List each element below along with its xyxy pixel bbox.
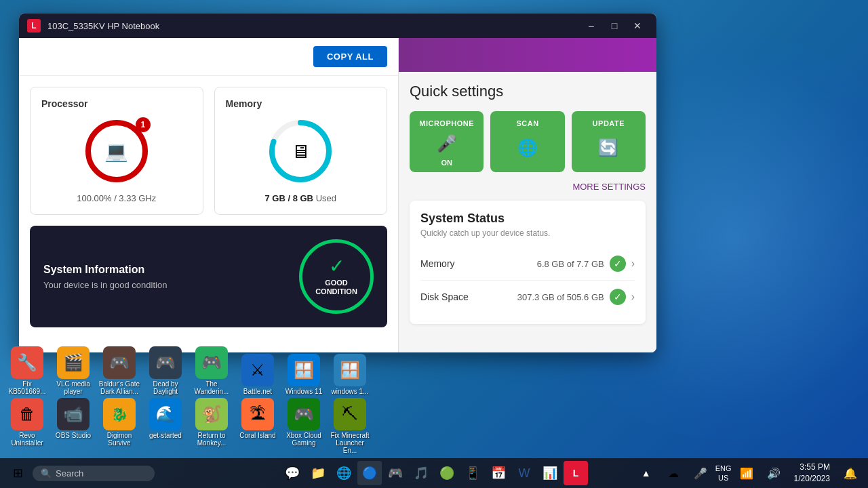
taskbar-onedrive-icon[interactable]: ☁ xyxy=(661,461,686,485)
lenovo-vantage-window: L 103C_5335KV HP Notebook – □ ✕ COPY ALL xyxy=(19,14,656,352)
app-xbox-label: Xbox Cloud Gaming xyxy=(282,432,326,447)
app-coral-label: Coral Island xyxy=(239,432,275,439)
app-edge[interactable]: 🌊 get-started xyxy=(144,398,187,454)
window-titlebar: L 103C_5335KV HP Notebook – □ ✕ xyxy=(19,14,656,38)
taskbar-xbox-icon[interactable]: 🟢 xyxy=(435,461,459,485)
taskbar-network-icon[interactable]: 📶 xyxy=(734,461,759,485)
app-fix-kb-label: Fix KB501669... xyxy=(5,380,49,395)
scan-button[interactable]: SCAN 🌐 xyxy=(490,111,564,172)
app-coral[interactable]: 🏝 Coral Island xyxy=(236,398,279,454)
window-title: 103C_5335KV HP Notebook xyxy=(47,21,580,31)
memory-status-label: Memory xyxy=(420,258,537,269)
disk-status-value: 307.3 GB of 505.6 GB xyxy=(517,292,604,302)
processor-circle: 💻 1 xyxy=(83,117,151,185)
taskbar-chat-icon[interactable]: 💬 xyxy=(280,461,304,485)
memory-card-title: Memory xyxy=(226,98,262,109)
app-vlc[interactable]: 🎬 VLC media player xyxy=(52,346,95,395)
minimize-button[interactable]: – xyxy=(580,15,602,37)
app-dead-daylight-label: Dead by Daylight xyxy=(144,380,187,395)
taskbar-lang[interactable]: ENGUS xyxy=(715,464,732,483)
microphone-button[interactable]: MICROPHONE 🎤 ON xyxy=(410,111,484,172)
app-digimon[interactable]: 🐉 Digimon Survive xyxy=(98,398,141,454)
app-edge-label: get-started xyxy=(149,432,182,439)
copy-all-button[interactable]: COPY ALL xyxy=(313,46,387,67)
taskbar-android-icon[interactable]: 📱 xyxy=(460,461,485,485)
app-revo[interactable]: 🗑 Revo Uninstaller xyxy=(5,398,49,454)
more-settings-link[interactable]: MORE SETTINGS xyxy=(572,182,646,192)
app-wandering-label: The Wanderin... xyxy=(190,380,233,395)
disk-status-label: Disk Space xyxy=(420,291,517,302)
quick-settings-title: Quick settings xyxy=(410,83,646,100)
taskbar-discord-icon[interactable]: 🎵 xyxy=(409,461,433,485)
taskbar-explorer-icon[interactable]: 📁 xyxy=(306,461,330,485)
app-vlc-label: VLC media player xyxy=(52,380,95,395)
quick-settings-buttons: MICROPHONE 🎤 ON SCAN 🌐 UPDATE 🔄 xyxy=(410,111,646,172)
app-obs[interactable]: 📹 OBS Studio xyxy=(52,398,95,454)
microphone-label: MICROPHONE xyxy=(419,119,474,127)
taskbar-chrome-icon[interactable]: 🔵 xyxy=(357,461,382,485)
taskbar-date: 1/20/2023 xyxy=(794,473,830,485)
system-status-card: System Status Quickly catch up your devi… xyxy=(410,201,646,324)
taskbar-edge-icon[interactable]: 🌐 xyxy=(332,461,356,485)
maximize-button[interactable]: □ xyxy=(604,15,625,37)
search-icon: 🔍 xyxy=(41,468,52,479)
taskbar-word-icon[interactable]: W xyxy=(512,461,536,485)
taskbar-excel-icon[interactable]: 📊 xyxy=(538,461,562,485)
app-minecraft[interactable]: ⛏ Fix Minecraft Launcher En... xyxy=(328,398,372,454)
update-label: UPDATE xyxy=(593,119,625,127)
app-windows-thumb[interactable]: 🪟 windows 1... xyxy=(328,354,372,395)
taskbar-clock: 3:55 PM xyxy=(794,462,830,473)
taskbar-calendar-icon[interactable]: 📅 xyxy=(486,461,511,485)
sys-info-subtitle: Your device is in good condition xyxy=(43,280,167,290)
taskbar-steam-icon[interactable]: 🎮 xyxy=(383,461,408,485)
app-dead-daylight[interactable]: 🎮 Dead by Daylight xyxy=(144,346,187,395)
disk-status-row: Disk Space 307.3 GB of 505.6 GB ✓ › xyxy=(420,281,635,313)
app-fix-kb[interactable]: 🔧 Fix KB501669... xyxy=(5,346,49,395)
taskbar-mic-icon[interactable]: 🎤 xyxy=(688,461,713,485)
update-button[interactable]: UPDATE 🔄 xyxy=(572,111,646,172)
disk-status-arrow[interactable]: › xyxy=(631,291,635,303)
app-battlenet-label: Battle.net xyxy=(243,388,272,395)
system-status-subtitle: Quickly catch up your device status. xyxy=(420,228,635,238)
scan-label: SCAN xyxy=(516,119,538,127)
memory-card: Memory 🖥 7 GB / 8 GB Used xyxy=(214,87,388,215)
right-panel: Quick settings MICROPHONE 🎤 ON SCAN 🌐 xyxy=(399,38,656,352)
app-xbox[interactable]: 🎮 Xbox Cloud Gaming xyxy=(282,398,326,454)
search-label: Search xyxy=(56,468,83,479)
app-windows-thumb-label: windows 1... xyxy=(331,388,368,395)
app-monkey[interactable]: 🐒 Return to Monkey... xyxy=(190,398,233,454)
memory-status-row: Memory 6.8 GB of 7.7 GB ✓ › xyxy=(420,247,635,281)
taskbar-show-hidden[interactable]: ▲ xyxy=(634,461,658,485)
taskbar-notifications[interactable]: 🔔 xyxy=(838,461,863,485)
search-bar[interactable]: 🔍 Search xyxy=(33,466,155,481)
start-button[interactable]: ⊞ xyxy=(5,461,30,485)
system-status-title: System Status xyxy=(420,211,635,226)
app-revo-label: Revo Uninstaller xyxy=(5,432,49,447)
processor-icon: 💻 xyxy=(104,140,128,163)
app-minecraft-label: Fix Minecraft Launcher En... xyxy=(328,432,372,454)
app-baldurs-gate[interactable]: 🎮 Baldur's Gate Dark Allian... xyxy=(98,346,141,395)
disk-status-check: ✓ xyxy=(610,289,626,305)
memory-status-arrow[interactable]: › xyxy=(631,258,635,270)
processor-card: Processor 💻 1 100.00% / 3.33 GHz xyxy=(30,87,203,215)
app-battlenet[interactable]: ⚔ Battle.net xyxy=(236,354,279,395)
app-wandering[interactable]: 🎮 The Wanderin... xyxy=(190,346,233,395)
window-content: COPY ALL Processor 💻 1 xyxy=(19,38,656,352)
taskbar-center-icons: 💬 📁 🌐 🔵 🎮 🎵 🟢 📱 📅 W 📊 L xyxy=(280,461,588,485)
memory-status-value: 6.8 GB of 7.7 GB xyxy=(537,259,604,269)
microphone-status: ON xyxy=(441,159,452,167)
microphone-icon: 🎤 xyxy=(437,133,457,155)
taskbar-lenovo-icon[interactable]: L xyxy=(564,461,588,485)
taskbar-sound-icon[interactable]: 🔊 xyxy=(762,461,786,485)
processor-card-title: Processor xyxy=(41,98,87,109)
good-condition-indicator: ✓ GOOD CONDITION xyxy=(299,239,374,314)
app-baldurs-gate-label: Baldur's Gate Dark Allian... xyxy=(98,380,141,395)
taskbar-time[interactable]: 3:55 PM 1/20/2023 xyxy=(789,462,835,485)
right-content: Quick settings MICROPHONE 🎤 ON SCAN 🌐 xyxy=(399,72,656,352)
app-windows11[interactable]: 🪟 Windows 11 xyxy=(282,354,326,395)
memory-icon: 🖥 xyxy=(291,140,310,163)
window-app-icon: L xyxy=(27,19,41,33)
condition-label: GOOD CONDITION xyxy=(315,279,357,296)
taskbar-right: ▲ ☁ 🎤 ENGUS 📶 🔊 3:55 PM 1/20/2023 🔔 xyxy=(634,461,868,485)
close-button[interactable]: ✕ xyxy=(627,15,648,37)
